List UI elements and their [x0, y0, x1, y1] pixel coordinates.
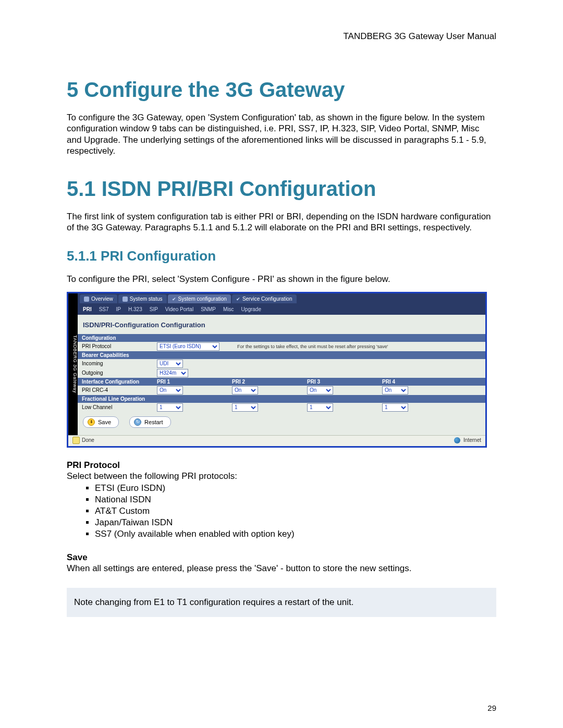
label-save-section: Save	[67, 552, 496, 563]
select-crc-pri3[interactable]: On	[307, 386, 333, 394]
list-item: SS7 (Only available when enabled with op…	[95, 528, 496, 540]
intro-section-5-1: The first link of system configuration t…	[67, 211, 496, 233]
select-crc-pri4[interactable]: On	[382, 386, 408, 394]
check-icon	[236, 296, 240, 302]
select-lowch-pri4[interactable]: 1	[382, 403, 408, 412]
sub-tab-misc[interactable]: Misc	[223, 306, 234, 312]
save-button[interactable]: ⬇ Save	[83, 416, 119, 428]
status-done: Done	[82, 437, 94, 443]
section-interface: Interface Configuration PRI 1 PRI 2 PRI …	[78, 378, 485, 386]
note-box: Note changing from E1 to T1 configuratio…	[67, 588, 496, 617]
top-tab-bar: Overview System status System configurat…	[78, 293, 485, 305]
browser-status-bar: Done Internet	[68, 435, 485, 446]
sub-tab-sip[interactable]: SIP	[150, 306, 158, 312]
label-pri-protocol-section: PRI Protocol	[67, 460, 496, 471]
intro-chapter-5: To configure the 3G Gateway, open 'Syste…	[67, 112, 496, 156]
list-item: AT&T Custom	[95, 505, 496, 517]
select-crc-pri2[interactable]: On	[232, 386, 258, 394]
label-crc4: PRI CRC-4	[82, 387, 155, 393]
select-incoming[interactable]: UDI	[157, 360, 183, 368]
save-text: When all settings are entered, please pr…	[67, 563, 496, 574]
heading-section-5-1-1: 5.1.1 PRI Configuration	[67, 248, 496, 264]
section-fractional: Fractional Line Operation	[78, 395, 485, 403]
check-icon	[172, 296, 176, 302]
label-incoming: Incoming	[82, 361, 155, 366]
hint-pri-protocol: For the settings to take effect, the uni…	[237, 344, 481, 349]
tab-service-configuration[interactable]: Service Configuration	[232, 294, 297, 303]
label-pri-protocol: PRI Protocol	[82, 343, 155, 349]
select-crc-pri1[interactable]: On	[157, 386, 183, 394]
restart-button[interactable]: ↻ Restart	[129, 416, 170, 428]
heading-section-5-1: 5.1 ISDN PRI/BRI Configuration	[67, 177, 496, 201]
sub-tab-upgrade[interactable]: Upgrade	[241, 306, 261, 312]
restart-icon: ↻	[134, 418, 141, 426]
sub-tab-pri[interactable]: PRI	[83, 306, 92, 312]
sub-tab-h323[interactable]: H.323	[128, 306, 142, 312]
section-configuration: Configuration	[78, 334, 485, 342]
heading-chapter-5: 5 Configure the 3G Gateway	[67, 78, 496, 102]
sub-tab-ip[interactable]: IP	[116, 306, 121, 312]
tab-system-configuration[interactable]: System configuration	[168, 294, 231, 303]
select-lowch-pri3[interactable]: 1	[307, 403, 333, 412]
list-item: ETSI (Euro ISDN)	[95, 483, 496, 494]
globe-icon	[454, 437, 460, 443]
brand-strip: TANDBERG 3G Gateway	[68, 293, 78, 435]
sub-tab-ss7[interactable]: SS7	[99, 306, 109, 312]
label-outgoing: Outgoing	[82, 370, 155, 376]
tab-overview[interactable]: Overview	[80, 294, 117, 303]
pri-protocol-intro: Select between the following PRI protoco…	[67, 471, 496, 482]
sub-tab-video-portal[interactable]: Video Portal	[165, 306, 193, 312]
select-lowch-pri1[interactable]: 1	[157, 403, 183, 412]
document-header: TANDBERG 3G Gateway User Manual	[67, 31, 496, 42]
status-internet: Internet	[463, 437, 481, 443]
section-bearer: Bearer Capabilities	[78, 351, 485, 359]
save-icon: ⬇	[88, 418, 95, 426]
status-icon	[123, 297, 128, 302]
list-item: Japan/Taiwan ISDN	[95, 517, 496, 528]
sub-tab-snmp[interactable]: SNMP	[201, 306, 216, 312]
sub-tab-bar: PRI SS7 IP H.323 SIP Video Portal SNMP M…	[78, 305, 485, 315]
select-pri-protocol[interactable]: ETSI (Euro ISDN)	[157, 342, 219, 351]
overview-icon	[84, 297, 89, 302]
select-lowch-pri2[interactable]: 1	[232, 403, 258, 412]
panel-title: ISDN/PRI-Configuration Configuration	[78, 318, 485, 334]
intro-section-5-1-1: To configure the PRI, select 'System Con…	[67, 274, 496, 285]
select-outgoing[interactable]: H324m	[157, 369, 188, 377]
list-item: National ISDN	[95, 494, 496, 505]
pri-protocol-list: ETSI (Euro ISDN) National ISDN AT&T Cust…	[67, 483, 496, 540]
label-low-channel: Low Channel	[82, 404, 155, 410]
tab-system-status[interactable]: System status	[118, 294, 167, 303]
page-number: 29	[487, 704, 496, 712]
figure-pri-config: TANDBERG 3G Gateway Overview System stat…	[67, 292, 487, 448]
